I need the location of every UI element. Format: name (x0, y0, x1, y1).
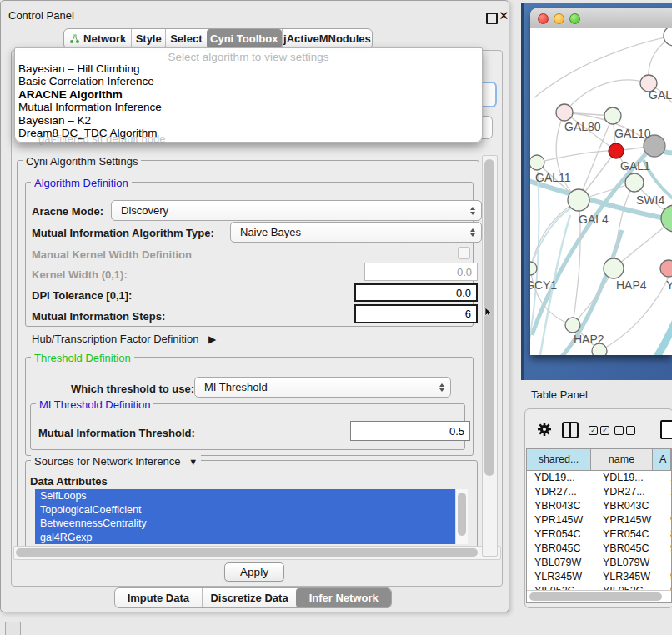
table-cell: YLR345W (598, 570, 664, 584)
attributes-scrollbar[interactable] (455, 489, 468, 544)
close-traffic-light-icon[interactable] (538, 13, 549, 24)
column-header[interactable]: shared... (527, 449, 591, 470)
attribute-list-item[interactable]: BetweennessCentrality (35, 517, 455, 531)
columns-icon[interactable] (562, 422, 579, 438)
network-node[interactable] (604, 258, 624, 278)
aracne-mode-value: Discovery (121, 204, 168, 217)
unchecked-columns-icon[interactable] (614, 426, 635, 435)
network-edge[interactable] (614, 182, 634, 268)
algorithm-option[interactable]: Mutual Information Inference (15, 101, 482, 113)
sources-title[interactable]: Sources for Network Inference ▼ (31, 455, 201, 468)
attribute-list-item[interactable]: SelfLoops (35, 489, 455, 503)
apply-button[interactable]: Apply (224, 562, 284, 582)
hidden-groupbox-edge (494, 62, 494, 153)
tab-cyni-toolbox[interactable]: Cyni Toolbox (207, 29, 282, 48)
attribute-list-item[interactable]: TopologicalCoefficient (35, 503, 455, 518)
which-threshold-value: MI Threshold (204, 381, 268, 393)
network-node[interactable] (556, 104, 573, 121)
manual-kernel-checkbox[interactable] (458, 247, 470, 259)
mi-type-combo[interactable]: Naive Bayes (230, 222, 482, 242)
network-canvas[interactable]: GALGAL80GAL10GAL11GAL1SWI4GAL4GCY1HAP4YH… (530, 28, 672, 355)
which-threshold-combo[interactable]: MI Threshold (194, 377, 451, 398)
table-cell: YBL079W (527, 556, 598, 570)
network-icon (69, 33, 80, 44)
attribute-list-item[interactable]: gal4RGexp (35, 531, 455, 545)
network-edge[interactable] (564, 80, 649, 112)
tab-select[interactable]: Select (165, 29, 207, 48)
settings-hscrollbar[interactable] (13, 546, 501, 560)
table-cell: YBR043C (598, 499, 664, 513)
network-node[interactable] (530, 155, 544, 170)
network-edge[interactable] (537, 151, 616, 162)
table-row[interactable]: YER054CYER054C8. (527, 528, 671, 542)
mi-threshold-title: MI Threshold Definition (36, 398, 153, 411)
control-panel-tabbar: Network Style Select Cyni Toolbox jActiv… (63, 28, 373, 49)
tab-jactivemnodules[interactable]: jActiveMNodules (282, 29, 372, 48)
tab-infer-network[interactable]: Infer Network (296, 588, 391, 608)
table-cell: YBL079W (598, 556, 664, 570)
collapse-down-icon[interactable]: ▼ (188, 457, 198, 467)
algorithm-option[interactable]: ARACNE Algorithm (15, 88, 482, 101)
network-window-titlebar[interactable] (530, 8, 672, 28)
hidden-combo-fragment (481, 116, 493, 139)
hub-definition-expander[interactable]: Hub/Transcription Factor Definition ▶ (32, 332, 216, 345)
table-cell: YDR27... (598, 485, 664, 499)
close-icon[interactable]: ✕ (499, 8, 509, 23)
algorithm-option[interactable]: Basic Correlation Inference (15, 75, 482, 88)
mouse-cursor-icon (484, 308, 493, 318)
bottom-tabbar: Impute Data Discretize Data Infer Networ… (114, 588, 392, 608)
algorithm-option[interactable]: Bayesian – Hill Climbing (15, 62, 482, 75)
column-header[interactable]: A (653, 449, 671, 470)
table-cell: 9. (664, 542, 671, 556)
zoom-traffic-light-icon[interactable] (569, 13, 580, 24)
column-header[interactable]: name (591, 449, 653, 470)
table-cell: YDR27... (527, 485, 598, 499)
settings-vscrollbar[interactable] (482, 155, 498, 557)
table-cell: 9. (664, 570, 671, 584)
tab-network-label: Network (83, 29, 126, 48)
network-node[interactable] (660, 260, 672, 277)
table-hscrollbar[interactable] (527, 590, 671, 602)
network-edge[interactable] (639, 322, 672, 355)
mi-threshold-input[interactable]: 0.5 (350, 421, 470, 441)
kernel-width-input[interactable]: 0.0 (364, 262, 478, 281)
node-label: GAL80 (564, 120, 601, 133)
node-label: GCY1 (530, 278, 557, 292)
checked-columns-icon[interactable]: ✓✓ (589, 426, 609, 435)
table-row[interactable]: YDL19...YDL19...13 (527, 471, 671, 485)
node-label: Y (666, 278, 672, 292)
minimize-traffic-light-icon[interactable] (554, 13, 564, 24)
tab-discretize-data[interactable]: Discretize Data (202, 588, 297, 608)
network-node[interactable] (664, 28, 672, 46)
expand-right-icon[interactable]: ▶ (208, 333, 216, 345)
data-attributes-list[interactable]: SelfLoopsTopologicalCoefficientBetweenne… (35, 489, 455, 544)
algorithm-option[interactable]: Bayesian – K2 (15, 114, 482, 127)
float-window-icon[interactable] (486, 12, 498, 24)
table-row[interactable]: YBL079WYBL079W (527, 556, 671, 570)
table-cell: 9. (664, 513, 671, 528)
network-node[interactable] (609, 143, 624, 158)
table-panel-title: Table Panel (531, 388, 588, 401)
gear-icon[interactable] (537, 422, 552, 437)
table-row[interactable]: YDR27...YDR27...12 (527, 485, 671, 499)
network-node[interactable] (604, 108, 621, 124)
tab-impute-data[interactable]: Impute Data (115, 588, 202, 608)
network-node[interactable] (568, 189, 589, 211)
tab-network[interactable]: Network (64, 29, 131, 48)
network-node[interactable] (530, 262, 537, 275)
mi-steps-input[interactable]: 6 (354, 304, 478, 323)
aracne-mode-combo[interactable]: Discovery (111, 200, 482, 221)
mi-type-label: Mutual Information Algorithm Type: (32, 227, 214, 239)
popup-header: Select algorithm to view settings (15, 51, 482, 62)
table-row[interactable]: YBR045CYBR045C9. (527, 542, 671, 556)
table-row[interactable]: YBR043CYBR043C (527, 499, 671, 513)
document-icon[interactable] (660, 420, 672, 439)
collapsed-panel-icon[interactable] (5, 622, 21, 635)
tab-style[interactable]: Style (131, 29, 165, 48)
table-cell: YBR045C (527, 542, 598, 556)
table-row[interactable]: YPR145WYPR145W9. (527, 513, 671, 528)
network-node[interactable] (625, 173, 644, 192)
network-node[interactable] (565, 318, 580, 332)
dpi-tolerance-input[interactable]: 0.0 (354, 283, 478, 302)
table-row[interactable]: YLR345WYLR345W9. (527, 570, 671, 584)
